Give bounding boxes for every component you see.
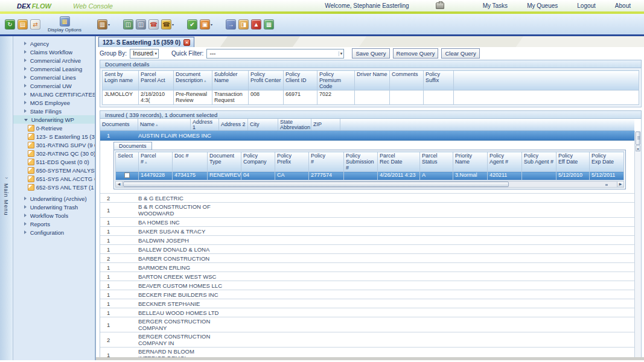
remove-query-button[interactable]: Remove Query	[393, 48, 439, 59]
insured-col-zip[interactable]: ZIP	[311, 119, 340, 130]
pdf-icon[interactable]: ▲	[251, 19, 261, 30]
quick-filter-select[interactable]: ---	[206, 49, 344, 59]
scroll-right-icon[interactable]: ▶	[617, 182, 623, 187]
sidebar-item-mailing-certificates[interactable]: MAILING CERTIFICATES	[13, 90, 95, 98]
close-icon[interactable]	[183, 39, 190, 46]
doc-col-comments[interactable]: Comments	[390, 71, 424, 91]
chevron-right-icon[interactable]	[24, 222, 27, 226]
insured-col-city[interactable]: City	[248, 119, 278, 130]
chevron-right-icon[interactable]	[24, 59, 27, 62]
sidebar-item-651-sys-anl-acctg-correct-2-1[interactable]: 651-SYS ANL ACCTG CORRECT (2 1)	[13, 174, 95, 183]
sidebar-item-650-system-analysts-4-3[interactable]: 650-SYSTEM ANALYSTS (4 3)	[13, 166, 95, 174]
vscroll-thumb[interactable]	[636, 132, 640, 145]
hscroll-thumb[interactable]	[123, 182, 509, 187]
documents-col-policy-agent-num[interactable]: Policy Agent #	[488, 152, 522, 172]
scroll-left-icon[interactable]: ◀	[116, 182, 123, 187]
chevron-right-icon[interactable]	[24, 197, 27, 200]
document-row-selected[interactable]: 144792284734175RENEWREV04CA27775744/26/2…	[116, 172, 624, 180]
insured-col-state-abbreviation[interactable]: State Abbreviation	[278, 119, 311, 130]
documents-col-policy-exp-date[interactable]: Policy Exp Date	[590, 152, 624, 172]
doc-col-sent-by-login-name[interactable]: Sent by Login name	[103, 71, 139, 91]
nav-my-queues[interactable]: My Queues	[527, 2, 558, 9]
insured-row-ba-homes-inc[interactable]: 1BA HOMES INC	[100, 218, 634, 227]
sidebar-item-underwriting-trash[interactable]: Underwriting Trash	[13, 203, 95, 211]
insured-row-baker-susan-tracy[interactable]: 1BAKER SUSAN & TRACY	[100, 227, 634, 236]
fax-icon[interactable]: ☎	[148, 19, 159, 30]
convert-page-icon[interactable]: ⇄	[30, 19, 40, 30]
dropdown-caret-icon[interactable]	[108, 22, 112, 27]
copy-image-icon[interactable]: ◨	[238, 19, 249, 30]
scroll-down-icon[interactable]	[636, 145, 640, 151]
chevron-right-icon[interactable]	[24, 92, 27, 96]
insured-row-beaver-custom-homes-llc[interactable]: 1BEAVER CUSTOM HOMES LLC	[100, 281, 634, 290]
documents-col-policy-submission-num[interactable]: Policy Submission #	[344, 152, 378, 172]
documents-col-policy-num[interactable]: Policy #	[309, 152, 344, 172]
sidebar-item-301-rating-supv-9-0[interactable]: 301-RATING SUPV (9 0)	[13, 141, 95, 149]
documents-col-doc-num[interactable]: Doc #	[173, 152, 208, 172]
sidebar-item-302-rating-qc-30-0[interactable]: 302-RATING QC (30 0)	[13, 149, 95, 157]
grid-export-icon[interactable]: ▦	[264, 19, 274, 30]
insured-row-beckner-stephanie[interactable]: 1BECKNER STEPHANIE	[100, 299, 634, 308]
content-bottom-scrollbar[interactable]	[96, 357, 644, 360]
sidebar-item-configuration[interactable]: Configuration	[13, 228, 95, 237]
insured-row-barton-creek-west-wsc[interactable]: 1BARTON CREEK WEST WSC	[100, 272, 634, 281]
document-details-row[interactable]: JLMOLLOY2/18/2010 4:3(Pre-Renewal Review…	[103, 91, 639, 105]
nav-my-tasks[interactable]: My Tasks	[483, 2, 508, 9]
phone-dial-icon[interactable]: ☎	[161, 19, 171, 30]
insured-row-ballew-donald-lona[interactable]: 1BALLEW DONALD & LONA	[100, 245, 634, 254]
chevron-right-icon[interactable]	[24, 214, 27, 217]
documents-col-parcel-num[interactable]: Parcel #	[139, 152, 173, 172]
insured-row-barmoen-erling[interactable]: 1BARMOEN ERLING	[100, 263, 634, 272]
group-by-select[interactable]: Insured	[130, 49, 159, 59]
retrieve-images-icon[interactable]: ▤	[18, 19, 28, 30]
sidebar-item-652-sys-anl-test-1-0[interactable]: 652-SYS ANL TEST (1 0)	[13, 183, 95, 191]
approve-send-icon[interactable]: ✔	[187, 19, 197, 30]
chevron-right-icon[interactable]	[24, 230, 27, 234]
sidebar-item-state-filings[interactable]: State Filings	[13, 107, 95, 115]
sidebar-item-workflow-tools[interactable]: Workflow Tools	[13, 211, 95, 220]
image-export-icon[interactable]: ▣	[200, 19, 210, 30]
sidebar-item-mos-employee[interactable]: MOS Employee	[13, 98, 95, 107]
chevron-right-icon[interactable]	[24, 50, 27, 54]
documents-col-policy-prefix[interactable]: Policy Prefix	[275, 152, 309, 172]
documents-col-policy-company[interactable]: Policy Company	[241, 152, 275, 172]
documents-col-document-type[interactable]: Document Type	[208, 152, 241, 172]
doc-col-driver-name[interactable]: Driver Name	[355, 71, 390, 91]
sidebar-item-underwriting-wp[interactable]: Underwriting WP	[13, 115, 95, 124]
insured-col-documents[interactable]: Documents	[100, 119, 138, 130]
tab-documents[interactable]: Documents	[113, 142, 152, 150]
insured-row-baldwin-joseph[interactable]: 1BALDWIN JOSEPH	[100, 236, 634, 245]
chevron-right-icon[interactable]	[24, 84, 27, 87]
sidebar-item-commercial-uw[interactable]: Commercial UW	[13, 81, 95, 90]
print-parcel-icon[interactable]: ◫	[136, 19, 146, 30]
briefcase-icon[interactable]	[436, 2, 444, 9]
sidebar-item-underwriting-archive[interactable]: Underwriting (Archive)	[13, 194, 95, 203]
insured-col-address-2[interactable]: Address 2	[219, 119, 248, 130]
insured-row-berger-construction[interactable]: 2BERGER CONSTRUCTION COMPANY IN	[100, 332, 634, 348]
display-options-icon[interactable]: ▦	[60, 16, 70, 27]
doc-col-policy-profit-center[interactable]: Policy Profit Center	[249, 71, 284, 91]
chevron-right-icon[interactable]	[24, 42, 27, 45]
insured-row-becker-fine-builders-inc[interactable]: 1BECKER FINE BUILDERS INC	[100, 290, 634, 299]
hscroll-track[interactable]	[123, 182, 617, 187]
chevron-right-icon[interactable]	[24, 109, 27, 113]
doc-col-policy-suffix[interactable]: Policy Suffix	[424, 71, 454, 91]
clear-query-button[interactable]: Clear Query	[441, 48, 479, 59]
chevron-right-icon[interactable]	[24, 75, 27, 79]
select-checkbox[interactable]	[124, 173, 130, 178]
doc-col-policy-premium-code[interactable]: Policy Premium Code	[317, 71, 355, 91]
insured-col-name[interactable]: Name	[138, 119, 191, 130]
refresh-icon[interactable]: ↻	[5, 19, 15, 30]
insured-row-berger-construction[interactable]: 1BERGER CONSTRUCTION COMPANY	[100, 317, 634, 332]
nav-logout[interactable]: Logout	[577, 2, 596, 9]
documents-col-policy-sub-agent-num[interactable]: Policy Sub Agent #	[522, 152, 556, 172]
documents-col-priority-name[interactable]: Priority Name	[453, 152, 488, 172]
main-menu-strip[interactable]: Main Menu	[0, 36, 13, 360]
tab-queue-123-s-easterling[interactable]: 123- S Easterling 15 (359 0)	[98, 37, 194, 47]
insured-row-b-g-electric[interactable]: 2B & G ELECTRIC	[100, 194, 634, 203]
sidebar-item-reports[interactable]: Reports	[13, 220, 95, 228]
chevron-right-icon[interactable]	[24, 67, 27, 71]
documents-col-select[interactable]: Select	[116, 152, 139, 172]
dropdown-caret-icon[interactable]	[172, 22, 176, 27]
sidebar-item-claims-workflow[interactable]: Claims Workflow	[13, 48, 95, 56]
